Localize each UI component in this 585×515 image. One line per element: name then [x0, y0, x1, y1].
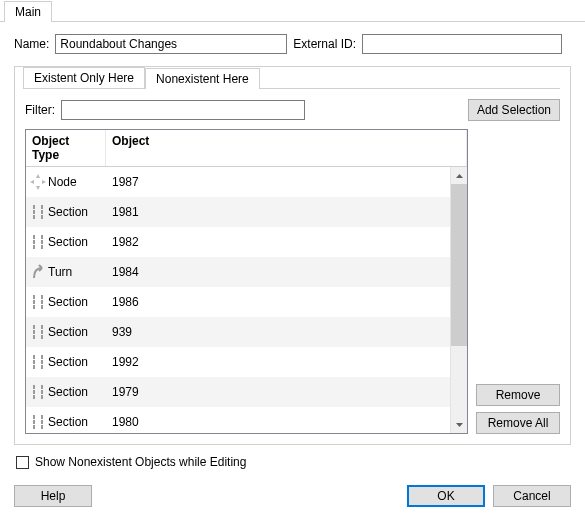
section-icon — [26, 384, 46, 400]
svg-rect-10 — [41, 240, 43, 244]
svg-rect-36 — [33, 415, 35, 419]
svg-rect-8 — [33, 245, 35, 249]
svg-rect-12 — [33, 295, 35, 299]
svg-rect-3 — [41, 205, 43, 209]
table-row[interactable]: Section1982 — [26, 227, 450, 257]
svg-rect-24 — [33, 355, 35, 359]
scroll-down-icon[interactable] — [451, 416, 467, 433]
table-row[interactable]: Section1980 — [26, 407, 450, 433]
svg-rect-35 — [41, 395, 43, 399]
svg-rect-29 — [41, 365, 43, 369]
remove-all-button[interactable]: Remove All — [476, 412, 560, 434]
svg-rect-13 — [33, 300, 35, 304]
svg-rect-38 — [33, 425, 35, 429]
svg-rect-1 — [33, 210, 35, 214]
table-row[interactable]: Section939 — [26, 317, 450, 347]
footer: Help OK Cancel — [0, 485, 585, 507]
section-icon — [26, 324, 46, 340]
cell-object: 1980 — [106, 415, 450, 429]
show-nonexistent-checkbox[interactable] — [16, 456, 29, 469]
svg-rect-14 — [33, 305, 35, 309]
scroll-thumb[interactable] — [451, 184, 467, 346]
object-list[interactable]: Object Type Object Node1987Section1981Se… — [25, 129, 468, 434]
tab-nonexistent-here[interactable]: Nonexistent Here — [145, 68, 260, 89]
cell-object-type: Section — [46, 415, 106, 429]
col-object-type[interactable]: Object Type — [26, 130, 106, 166]
svg-rect-16 — [41, 300, 43, 304]
checkbox-row: Show Nonexistent Objects while Editing — [16, 455, 569, 469]
node-icon — [26, 174, 46, 190]
remove-button[interactable]: Remove — [476, 384, 560, 406]
list-header: Object Type Object — [26, 130, 467, 167]
cell-object-type: Section — [46, 385, 106, 399]
cell-object: 1986 — [106, 295, 450, 309]
cell-object: 1992 — [106, 355, 450, 369]
table-wrap: Object Type Object Node1987Section1981Se… — [25, 129, 560, 434]
col-object[interactable]: Object — [106, 130, 467, 166]
inner-panel: Existent Only Here Nonexistent Here Filt… — [14, 66, 571, 445]
sub-tabbar: Existent Only Here Nonexistent Here — [23, 67, 560, 89]
cell-object-type: Section — [46, 205, 106, 219]
svg-rect-22 — [41, 330, 43, 334]
cell-object: 1984 — [106, 265, 450, 279]
ok-button[interactable]: OK — [407, 485, 485, 507]
tab-main[interactable]: Main — [4, 1, 52, 22]
svg-rect-37 — [33, 420, 35, 424]
name-label: Name: — [14, 37, 49, 51]
table-row[interactable]: Node1987 — [26, 167, 450, 197]
scroll-track[interactable] — [451, 184, 467, 416]
cell-object: 1979 — [106, 385, 450, 399]
svg-rect-40 — [41, 420, 43, 424]
section-icon — [26, 294, 46, 310]
svg-rect-34 — [41, 390, 43, 394]
filter-row: Filter: Add Selection — [25, 99, 560, 121]
svg-rect-33 — [41, 385, 43, 389]
content-area: Name: External ID: Existent Only Here No… — [0, 22, 585, 479]
svg-rect-27 — [41, 355, 43, 359]
svg-rect-9 — [41, 235, 43, 239]
svg-rect-18 — [33, 325, 35, 329]
svg-rect-26 — [33, 365, 35, 369]
svg-rect-31 — [33, 390, 35, 394]
svg-rect-23 — [41, 335, 43, 339]
scrollbar[interactable] — [450, 167, 467, 433]
svg-rect-25 — [33, 360, 35, 364]
tab-existent-only[interactable]: Existent Only Here — [23, 67, 145, 88]
name-row: Name: External ID: — [14, 34, 571, 54]
externalid-input[interactable] — [362, 34, 562, 54]
svg-rect-5 — [41, 215, 43, 219]
top-tabbar: Main — [0, 0, 585, 22]
name-input[interactable] — [55, 34, 287, 54]
side-buttons: Remove Remove All — [476, 129, 560, 434]
scroll-up-icon[interactable] — [451, 167, 467, 184]
cell-object-type: Section — [46, 235, 106, 249]
table-row[interactable]: Section1992 — [26, 347, 450, 377]
help-button[interactable]: Help — [14, 485, 92, 507]
table-row[interactable]: Section1979 — [26, 377, 450, 407]
svg-rect-0 — [33, 205, 35, 209]
section-icon — [26, 354, 46, 370]
cell-object: 1981 — [106, 205, 450, 219]
filter-input[interactable] — [61, 100, 305, 120]
table-row[interactable]: Turn1984 — [26, 257, 450, 287]
svg-rect-7 — [33, 240, 35, 244]
cell-object-type: Section — [46, 325, 106, 339]
svg-rect-11 — [41, 245, 43, 249]
svg-rect-32 — [33, 395, 35, 399]
table-row[interactable]: Section1981 — [26, 197, 450, 227]
add-selection-button[interactable]: Add Selection — [468, 99, 560, 121]
cell-object: 1982 — [106, 235, 450, 249]
svg-rect-6 — [33, 235, 35, 239]
svg-rect-21 — [41, 325, 43, 329]
cell-object-type: Node — [46, 175, 106, 189]
cancel-button[interactable]: Cancel — [493, 485, 571, 507]
list-body[interactable]: Node1987Section1981Section1982Turn1984Se… — [26, 167, 450, 433]
cell-object: 939 — [106, 325, 450, 339]
svg-rect-20 — [33, 335, 35, 339]
svg-rect-30 — [33, 385, 35, 389]
svg-rect-4 — [41, 210, 43, 214]
table-row[interactable]: Section1986 — [26, 287, 450, 317]
svg-rect-2 — [33, 215, 35, 219]
show-nonexistent-label: Show Nonexistent Objects while Editing — [35, 455, 246, 469]
filter-label: Filter: — [25, 103, 55, 117]
